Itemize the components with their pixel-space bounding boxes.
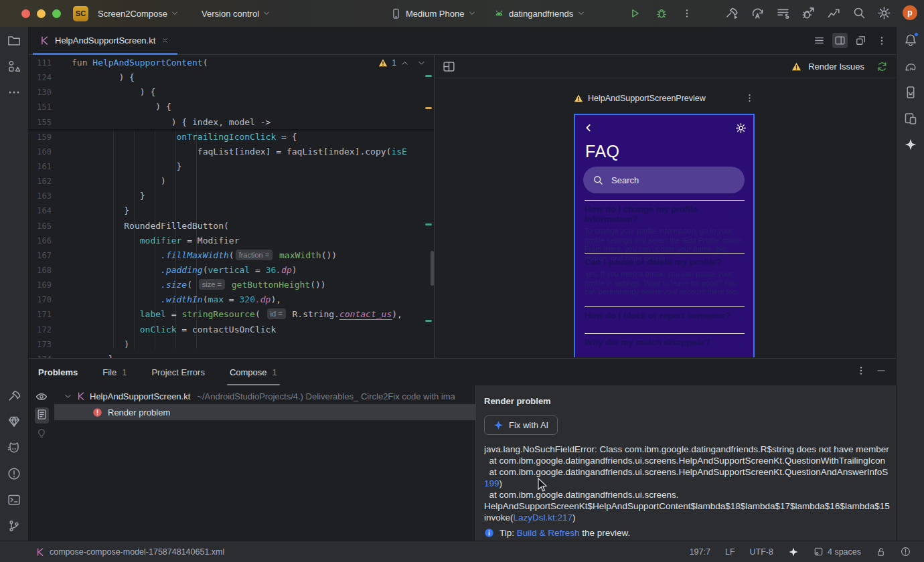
- phone-preview[interactable]: FAQ Search How do I change my profile in…: [574, 114, 755, 357]
- line-ending[interactable]: LF: [725, 547, 735, 557]
- logcat-icon[interactable]: [7, 441, 21, 454]
- faq-list: How do I change my profile information?T…: [585, 200, 745, 357]
- code-line[interactable]: 151 ) {: [29, 100, 434, 114]
- panel-options-icon[interactable]: [856, 365, 866, 376]
- status-file[interactable]: compose-compose-model-1758748140651.xml: [35, 547, 224, 557]
- notifications-bell-icon[interactable]: [904, 33, 917, 47]
- refresh-preview-icon[interactable]: [876, 61, 888, 72]
- split-editor-icon[interactable]: [832, 33, 848, 48]
- faq-search-bar: Search: [583, 167, 745, 193]
- code-line[interactable]: 130 ) {: [29, 85, 434, 100]
- more-tool-windows-icon[interactable]: [7, 86, 21, 99]
- chevron-down-icon: [171, 9, 179, 17]
- tab-file[interactable]: File1: [102, 359, 127, 385]
- tab-helpandsupportscreen[interactable]: HelpAndSupportScreen.kt: [33, 27, 177, 54]
- gemini-sparkle-icon[interactable]: [904, 138, 917, 151]
- user-avatar[interactable]: p: [903, 5, 917, 20]
- code-line[interactable]: 171 label = stringResource( id = R.strin…: [29, 307, 434, 322]
- kotlin-icon: [40, 35, 50, 45]
- line-number: 160: [29, 145, 52, 159]
- code-line[interactable]: 164 }: [29, 203, 434, 218]
- task-list-icon[interactable]: [776, 6, 790, 20]
- file-encoding[interactable]: UTF-8: [750, 547, 773, 557]
- run-button[interactable]: [627, 5, 643, 21]
- problem-file-row[interactable]: HelpAndSupportScreen.kt ~/AndroidStudioP…: [54, 388, 475, 404]
- code-line[interactable]: 124 ) {: [29, 70, 434, 85]
- apply-changes-icon[interactable]: [751, 6, 765, 20]
- trace-link[interactable]: LazyDsl.kt:217: [514, 512, 573, 523]
- app-quality-insights-icon[interactable]: [7, 415, 21, 428]
- preview-details-icon[interactable]: [35, 407, 49, 424]
- indent-setting[interactable]: 4 spaces: [814, 547, 861, 557]
- tab-compose[interactable]: Compose1: [230, 359, 277, 385]
- running-devices-icon[interactable]: [904, 112, 917, 125]
- ai-status-sparkle-icon[interactable]: [788, 547, 799, 557]
- vcs-menu[interactable]: Version control: [202, 9, 271, 19]
- code-editor[interactable]: 111fun HelpAndSupportContent(124 ) {130 …: [29, 56, 434, 358]
- profiler-icon[interactable]: [827, 6, 841, 20]
- device-manager-icon[interactable]: [904, 86, 917, 99]
- device-selector[interactable]: Medium Phone: [390, 8, 476, 19]
- build-refresh-link[interactable]: Build & Refresh: [517, 528, 580, 538]
- attach-debugger-icon[interactable]: [801, 6, 816, 20]
- caret-position[interactable]: 197:7: [690, 547, 710, 557]
- gradle-icon[interactable]: [904, 60, 917, 73]
- inspection-widget[interactable]: 1: [377, 58, 427, 68]
- more-vertical-icon: [682, 8, 692, 19]
- close-tab-icon[interactable]: [161, 36, 169, 45]
- build-icon[interactable]: [7, 389, 21, 402]
- view-options-eye-icon[interactable]: [35, 391, 48, 403]
- preview-canvas[interactable]: HelpAndSupportScreenPreview FAQ Search H…: [435, 78, 896, 357]
- inspections-status-icon[interactable]: [901, 547, 911, 557]
- code-line[interactable]: 169 .size( size = getButtonHeight()): [29, 278, 434, 292]
- terminal-icon[interactable]: [7, 493, 21, 506]
- preview-layout-icon[interactable]: [443, 60, 455, 73]
- code-line[interactable]: 167 .fillMaxWidth(fraction = maxWidth()): [29, 248, 434, 263]
- hide-panel-icon[interactable]: [876, 365, 887, 376]
- preview-options-icon[interactable]: [745, 93, 755, 103]
- code-line[interactable]: 155 ) { index, model ->: [29, 115, 434, 130]
- debug-button[interactable]: [653, 5, 670, 21]
- code-line[interactable]: 162 ): [29, 174, 434, 189]
- code-line[interactable]: 170 .widthIn(max = 320.dp),: [29, 292, 434, 307]
- float-window-icon[interactable]: [853, 33, 868, 48]
- project-menu[interactable]: Screen2Compose: [98, 9, 179, 19]
- resource-manager-icon[interactable]: [7, 60, 21, 73]
- minimize-window-button[interactable]: [37, 9, 46, 18]
- code-line[interactable]: 159 onTrailingIconClick = {: [29, 130, 434, 145]
- git-branch-icon[interactable]: [7, 519, 21, 533]
- code-line[interactable]: 172 onClick = contactUsOnClick: [29, 322, 434, 337]
- more-vertical-icon[interactable]: [874, 33, 889, 48]
- code-line[interactable]: 166 modifier = Modifier: [29, 233, 434, 248]
- code-line[interactable]: 160 faqList[index] = faqList[index].copy…: [29, 145, 434, 159]
- build-hammer-icon[interactable]: [725, 6, 739, 20]
- next-issue-icon[interactable]: [417, 59, 426, 68]
- lock-open-icon[interactable]: [876, 547, 886, 557]
- zoom-window-button[interactable]: [52, 9, 61, 18]
- code-line[interactable]: 168 .padding(vertical = 36.dp): [29, 263, 434, 278]
- tab-project-errors[interactable]: Project Errors: [151, 359, 204, 385]
- code-line[interactable]: 165 RoundedFilledButton(: [29, 219, 434, 233]
- run-configuration-selector[interactable]: datingandfriends: [493, 8, 585, 19]
- code-line[interactable]: 173 ): [29, 337, 434, 352]
- code-line[interactable]: 111fun HelpAndSupportContent(: [29, 56, 434, 70]
- line-number: 172: [29, 322, 52, 337]
- render-issues-label[interactable]: Render Issues: [808, 62, 864, 72]
- trace-link[interactable]: 199: [484, 478, 499, 488]
- close-window-button[interactable]: [21, 9, 30, 18]
- problems-icon[interactable]: [7, 467, 21, 480]
- code-line[interactable]: 161 }: [29, 159, 434, 174]
- render-problem-row[interactable]: Render problem: [54, 404, 475, 420]
- code-line[interactable]: 174 }: [29, 352, 434, 358]
- settings-gear-icon[interactable]: [877, 6, 891, 20]
- more-run-options-button[interactable]: [679, 5, 695, 21]
- file-structure-icon[interactable]: [812, 33, 827, 48]
- code-line[interactable]: 163 }: [29, 189, 434, 203]
- debug-bug-icon: [656, 7, 668, 19]
- search-everywhere-icon[interactable]: [852, 6, 866, 19]
- quick-fix-bulb-icon[interactable]: [36, 428, 47, 439]
- fix-with-ai-button[interactable]: Fix with AI: [484, 415, 558, 435]
- previous-issue-icon[interactable]: [400, 59, 409, 68]
- project-folder-icon[interactable]: [7, 33, 21, 47]
- tab-problems[interactable]: Problems: [38, 359, 78, 385]
